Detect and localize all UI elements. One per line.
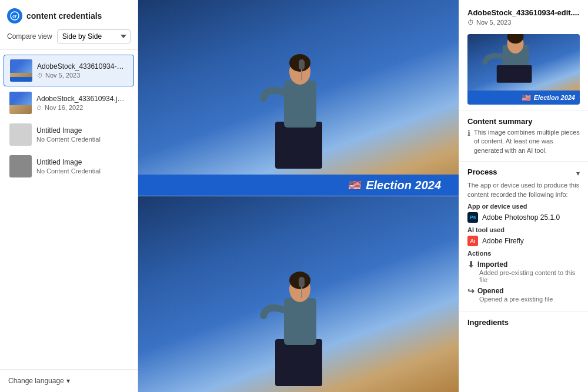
action-opened: ↪ Opened Opened a pre-existing file	[467, 286, 580, 303]
rp-thumb-banner: 🇺🇸 Election 2024	[467, 91, 580, 105]
item-meta-1: ⏱ Nov 5, 2023	[37, 72, 128, 79]
item-info-1: AdobeStock_433610934-edit.png ⏱ Nov 5, 2…	[37, 62, 128, 79]
content-summary-text: This image combines multiple pieces of c…	[474, 128, 580, 155]
compare-row: Compare view Side by Side Overlay Single	[7, 29, 131, 43]
import-icon: ⬇	[467, 260, 475, 269]
clock-icon-2: ⏱	[36, 105, 42, 111]
sidebar-item-4[interactable]: Untitled Image No Content Credential	[4, 151, 134, 182]
image-bottom	[138, 196, 459, 392]
item-info-3: Untitled Image No Content Credential	[36, 126, 128, 143]
rp-thumbnail: 🇺🇸 Election 2024	[467, 34, 580, 105]
svg-rect-3	[284, 81, 316, 128]
action-open-title: ↪ Opened	[467, 286, 580, 296]
info-icon: ℹ	[467, 129, 470, 138]
svg-rect-9	[284, 298, 316, 345]
ai-label: AI tool used	[467, 226, 580, 233]
actions-label: Actions	[467, 250, 580, 257]
brand-icon: cr	[7, 8, 22, 24]
brand: cr content credentials	[7, 8, 131, 24]
svg-text:cr: cr	[12, 14, 17, 19]
sidebar-item-1[interactable]: AdobeStock_433610934-edit.png ⏱ Nov 5, 2…	[4, 55, 134, 86]
item-thumb-3	[9, 123, 32, 146]
item-info-4: Untitled Image No Content Credential	[36, 158, 128, 175]
rp-file-date: ⏱ Nov 5, 2023	[467, 19, 580, 26]
photoshop-icon: Ps	[467, 212, 478, 223]
compare-view-select[interactable]: Side by Side Overlay Single	[57, 29, 131, 43]
item-name-4: Untitled Image	[36, 158, 128, 166]
content-summary-section: Content summary ℹ This image combines mu…	[459, 110, 588, 161]
speaker-figure-top	[240, 33, 358, 175]
action-import-desc: Added pre-existing content to this file	[479, 269, 580, 283]
chevron-icon-process: ▾	[576, 169, 580, 177]
action-import-title: ⬇ Imported	[467, 260, 580, 269]
item-name-2: AdobeStock_433610934.jpeg	[36, 95, 128, 103]
ingredients-title: Ingredients	[467, 318, 580, 327]
item-thumb-1	[10, 59, 32, 82]
item-name-1: AdobeStock_433610934-edit.png	[37, 62, 128, 71]
image-top: 🇺🇸 Election 2024	[138, 0, 459, 196]
item-thumb-2	[9, 92, 32, 114]
brand-title: content credentials	[26, 11, 102, 21]
item-name-3: Untitled Image	[36, 126, 128, 135]
rp-header: AdobeStock_433610934-edit.... ⏱ Nov 5, 2…	[459, 0, 588, 28]
sidebar-item-2[interactable]: AdobeStock_433610934.jpeg ⏱ Nov 16, 2022	[4, 88, 134, 118]
svg-rect-2	[275, 122, 322, 169]
svg-rect-17	[497, 65, 532, 83]
process-header[interactable]: Process ▾	[467, 167, 580, 179]
process-section: Process ▾ The app or device used to prod…	[459, 161, 588, 311]
ai-tool-row: Ai Adobe Firefly	[467, 236, 580, 246]
process-title: Process	[467, 167, 497, 176]
speaker-figure-bottom	[240, 251, 358, 392]
sidebar: cr content credentials Compare view Side…	[0, 0, 138, 392]
right-panel: AdobeStock_433610934-edit.... ⏱ Nov 5, 2…	[459, 0, 588, 392]
item-meta-4: No Content Credential	[36, 167, 128, 175]
chevron-down-icon: ▾	[66, 377, 70, 385]
item-meta-3: No Content Credential	[36, 136, 128, 143]
election-flag-top: 🇺🇸	[348, 179, 361, 192]
image-scene-bottom	[138, 196, 459, 392]
process-description: The app or device used to produce this c…	[467, 181, 580, 199]
content-summary-info: ℹ This image combines multiple pieces of…	[467, 128, 580, 155]
svg-rect-7	[299, 59, 305, 70]
compare-label: Compare view	[7, 32, 52, 41]
image-scene-top: 🇺🇸 Election 2024	[138, 0, 459, 196]
change-language-label: Change language	[8, 377, 64, 385]
svg-rect-8	[275, 339, 322, 386]
clock-icon-1: ⏱	[37, 72, 43, 79]
ingredients-section: Ingredients	[459, 311, 588, 335]
item-meta-2: ⏱ Nov 16, 2022	[36, 104, 128, 111]
sidebar-header: cr content credentials Compare view Side…	[0, 0, 138, 50]
ai-name: Adobe Firefly	[482, 237, 524, 245]
app-name: Adobe Photoshop 25.1.0	[482, 213, 560, 222]
clock-icon-rp: ⏱	[467, 19, 474, 26]
change-language-button[interactable]: Change language ▾	[8, 377, 129, 385]
rp-thumb-banner-text: Election 2024	[534, 94, 575, 101]
election-banner-top: 🇺🇸 Election 2024	[138, 175, 459, 196]
rp-thumb-flag: 🇺🇸	[522, 93, 531, 102]
app-tool-row: Ps Adobe Photoshop 25.1.0	[467, 212, 580, 223]
main-content: 🇺🇸 Election 2024	[138, 0, 459, 392]
rp-file-title: AdobeStock_433610934-edit....	[467, 8, 580, 17]
sidebar-list: AdobeStock_433610934-edit.png ⏱ Nov 5, 2…	[0, 50, 138, 369]
election-text-top: Election 2024	[366, 179, 441, 192]
sidebar-footer: Change language ▾	[0, 369, 138, 392]
open-icon: ↪	[467, 286, 475, 296]
sidebar-item-3[interactable]: Untitled Image No Content Credential	[4, 119, 134, 150]
firefly-icon: Ai	[467, 236, 478, 246]
action-open-desc: Opened a pre-existing file	[479, 296, 580, 303]
content-summary-title: Content summary	[467, 117, 580, 126]
main-images: 🇺🇸 Election 2024	[138, 0, 459, 392]
action-imported: ⬇ Imported Added pre-existing content to…	[467, 260, 580, 283]
item-info-2: AdobeStock_433610934.jpeg ⏱ Nov 16, 2022	[36, 95, 128, 111]
item-thumb-4	[9, 155, 32, 177]
app-label: App or device used	[467, 203, 580, 210]
svg-rect-13	[299, 277, 305, 287]
